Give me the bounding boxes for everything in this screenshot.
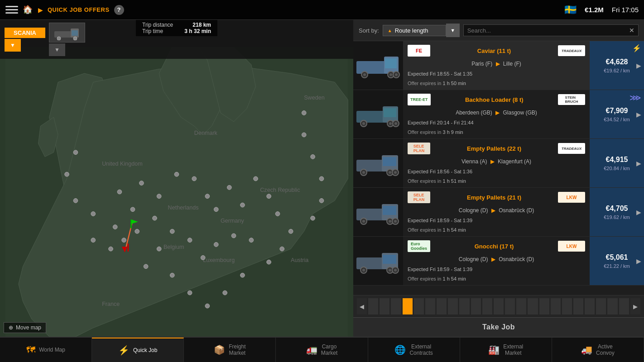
help-button[interactable]: ? [114,5,124,15]
search-box: ✕ [463,24,639,36]
page-btn-21[interactable] [596,298,606,314]
svg-point-54 [113,225,117,229]
page-btn-1[interactable] [368,298,378,314]
page-btn-18[interactable] [562,298,572,314]
trailer-dropdown[interactable]: ▼ [49,43,65,56]
svg-text:Luxembourg: Luxembourg [203,257,235,263]
breadcrumb-text: QUICK JOB OFFERS [48,6,110,13]
nav-item-external-contracts[interactable]: 🌐 ExternalContracts [368,338,460,362]
page-btn-15[interactable] [528,298,538,314]
job-price[interactable]: €4,915 €20.84 / km ▶ [590,139,644,187]
search-input[interactable] [467,27,629,34]
topbar-right: 🇸🇪 €1.2M Fri 17:05 [564,4,639,16]
svg-point-21 [205,194,210,199]
home-icon[interactable]: 🏠 [23,5,34,15]
take-job-button[interactable]: Take Job [353,317,644,337]
svg-point-84 [394,122,397,125]
page-btn-6[interactable] [425,298,435,314]
trip-time-label: Trip time [142,28,163,34]
game-time: Fri 17:05 [612,6,639,14]
job-item[interactable]: SELEPLAN Empty Pallets (22 t) TRADEAUX V… [353,139,644,188]
svg-point-19 [174,172,179,176]
page-btn-3[interactable] [391,298,401,314]
nav-item-external-market[interactable]: 🏭 ExternalMarket [460,338,552,362]
company-logo-text: SELEPLAN [413,144,425,153]
page-btn-5[interactable] [414,298,424,314]
page-btn-14[interactable] [516,298,526,314]
company-logo-text: EuroGoodies [411,242,427,251]
job-item[interactable]: TREE-ET Backhoe Loader (8 t) STEINBRUCH … [353,90,644,139]
time-info: Expected Fri 18:56 - Sat 1:36 [408,169,585,174]
page-btn-22[interactable] [607,298,617,314]
nav-label-external-contracts: ExternalContracts [409,343,433,357]
right-panel: Sort by: ▲ Route length ▼ ✕ [353,20,644,337]
price-amount: €4,628 [606,58,628,66]
svg-point-93 [394,171,397,174]
page-btn-11[interactable] [482,298,492,314]
cargo-market-icon: 🚛 [306,344,317,355]
truck-silhouette-icon [53,25,81,40]
job-item[interactable]: EuroGoodies Gnocchi (17 t) LKW Cologne (… [353,237,644,286]
job-select-arrow: ▶ [636,160,641,167]
job-item[interactable]: FE Caviar (11 t) TRADEAUX Paris (F) ▶ Li… [353,41,644,90]
job-price[interactable]: €5,061 €21.22 / km ▶ [590,237,644,285]
page-btn-10[interactable] [471,298,481,314]
pagination: ◀ ▶ [353,295,644,317]
time-info: Expected Fri 18:59 - Sat 1:39 [408,218,585,223]
svg-rect-0 [54,31,72,38]
svg-point-51 [135,229,139,233]
svg-point-24 [240,203,245,207]
page-btn-20[interactable] [585,298,595,314]
page-btn-13[interactable] [505,298,515,314]
pagination-prev[interactable]: ◀ [357,298,367,314]
sort-dropdown-button[interactable]: ▼ [446,24,460,37]
nav-item-quick-job[interactable]: ⚡ Quick Job [92,338,184,362]
svg-text:Czech Republic: Czech Republic [260,187,300,193]
page-btn-16[interactable] [539,298,549,314]
svg-point-42 [223,291,227,295]
map-background[interactable]: Sweden United Kingdom Denmark Netherland… [0,47,353,337]
page-btn-17[interactable] [551,298,561,314]
menu-icon[interactable] [5,4,18,16]
cargo-name: Empty Pallets (21 t) [434,194,554,201]
sort-bar: Sort by: ▲ Route length ▼ ✕ [353,20,644,41]
job-price[interactable]: €4,705 €19.62 / km ▶ [590,188,644,236]
scania-badge[interactable]: SCANIA [5,28,45,38]
nav-item-world-map[interactable]: 🗺 World Map [0,338,92,362]
nav-item-active-convoy[interactable]: 🚚 ActiveConvoy [552,338,644,362]
page-btn-12[interactable] [494,298,504,314]
page-btn-2[interactable] [380,298,389,314]
nav-item-cargo-market[interactable]: 🚛 CargoMarket [276,338,368,362]
page-btn-23[interactable] [619,298,629,314]
page-btn-19[interactable] [573,298,583,314]
page-btn-8[interactable] [448,298,458,314]
map-area[interactable]: SCANIA ▼ ▼ Trip distance [0,20,353,337]
job-price[interactable]: ⋙ €7,909 €34.52 / km ▶ [590,90,644,138]
nav-item-freight-market[interactable]: 📦 FreightMarket [184,338,276,362]
page-btn-9[interactable] [459,298,469,314]
svg-point-82 [389,122,392,125]
move-map-button[interactable]: ⊕ Move map [4,322,46,333]
truck-icon-btn[interactable] [49,23,85,43]
freight-market-icon: 📦 [214,344,225,355]
sort-value: Route length [395,27,428,34]
svg-text:France: France [102,301,120,307]
svg-point-46 [65,172,69,176]
partner-logo: TRADEAUX [558,45,585,56]
svg-point-3 [73,37,77,40]
price-per-km: €21.22 / km [604,263,630,269]
job-price[interactable]: ⚡ €4,628 €19.62 / km ▶ [590,41,644,90]
page-btn-4[interactable] [403,298,413,314]
sort-button[interactable]: ▲ Route length [383,25,446,36]
search-clear-icon[interactable]: ✕ [629,27,634,34]
job-truck-image [353,188,403,236]
nav-label-external-market: ExternalMarket [503,343,523,357]
scania-dropdown[interactable]: ▼ [5,39,21,52]
partner-logo: LKW [558,192,585,203]
pagination-next[interactable]: ▶ [630,298,640,314]
page-btn-7[interactable] [437,298,447,314]
sort-arrow-icon: ▲ [388,28,392,33]
job-item[interactable]: SELEPLAN Empty Pallets (21 t) LKW Cologn… [353,188,644,237]
route-info: Aberdeen (GB) ▶ Glasgow (GB) [408,110,585,116]
company-logo: EuroGoodies [408,240,430,252]
